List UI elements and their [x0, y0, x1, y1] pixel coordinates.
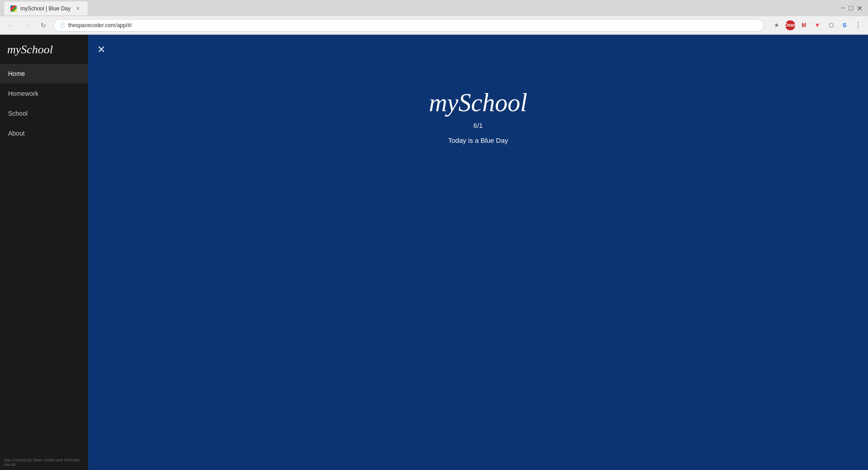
sidebar-item-about[interactable]: About [0, 123, 88, 143]
center-content: mySchool 6/1 Today is a Blue Day [429, 89, 528, 144]
main-content: ✕ mySchool 6/1 Today is a Blue Day [88, 35, 868, 470]
forward-button[interactable]: → [21, 19, 33, 32]
window-minimize-button[interactable]: − [839, 4, 847, 12]
window-close-button[interactable]: ✕ [855, 4, 864, 13]
refresh-button[interactable]: ↻ [37, 19, 50, 32]
logo-my: my [429, 89, 458, 117]
logo-school: School [458, 89, 527, 117]
window-maximize-button[interactable]: □ [847, 4, 855, 12]
user-profile-icon[interactable]: Dean [785, 20, 796, 31]
app-logo: mySchool [429, 89, 528, 117]
sidebar-footer: App Created by Dean Sellas and Nicholas … [4, 458, 88, 467]
menu-button[interactable]: ⋮ [853, 20, 863, 31]
gmail-icon[interactable]: M [798, 20, 809, 31]
browser-chrome: mySchool | Blue Day ✕ − □ ✕ ← → ↻ 📄 thes… [0, 0, 868, 35]
active-tab[interactable]: mySchool | Blue Day ✕ [4, 1, 88, 15]
close-icon[interactable]: ✕ [97, 44, 105, 56]
back-button[interactable]: ← [5, 19, 17, 32]
browser-controls: ← → ↻ 📄 thespacecoder.com/app/#/ ★ Dean … [0, 16, 868, 34]
sidebar-nav: Home Homework School About [0, 64, 88, 143]
sidebar: mySchool Home Homework School About App … [0, 35, 88, 470]
sidebar-item-homework[interactable]: Homework [0, 84, 88, 103]
address-bar[interactable]: 📄 thespacecoder.com/app/#/ [53, 19, 764, 32]
user-avatar: Dean [785, 20, 795, 30]
tab-bar: mySchool | Blue Day ✕ − □ ✕ [0, 0, 868, 16]
logo-school-text: School [21, 43, 53, 56]
date-badge: 6/1 [473, 122, 483, 129]
browser-actions: ★ Dean M ▼ ⬡ S ⋮ [771, 20, 863, 31]
pocket-icon[interactable]: ▼ [812, 20, 823, 31]
sidebar-item-school[interactable]: School [0, 103, 88, 123]
logo-my-text: my [7, 43, 21, 56]
app-container: mySchool Home Homework School About App … [0, 35, 868, 470]
sidebar-logo[interactable]: mySchool [0, 35, 88, 64]
extension-icon-2[interactable]: S [839, 20, 850, 31]
extension-icon-1[interactable]: ⬡ [826, 20, 836, 31]
tab-favicon [10, 5, 17, 12]
url-text: thespacecoder.com/app/#/ [68, 22, 132, 28]
day-label: Today is a Blue Day [448, 136, 508, 144]
tab-close-button[interactable]: ✕ [74, 5, 81, 12]
bookmark-icon[interactable]: ★ [771, 20, 782, 31]
sidebar-item-home[interactable]: Home [0, 64, 88, 84]
tab-title: mySchool | Blue Day [20, 5, 71, 12]
